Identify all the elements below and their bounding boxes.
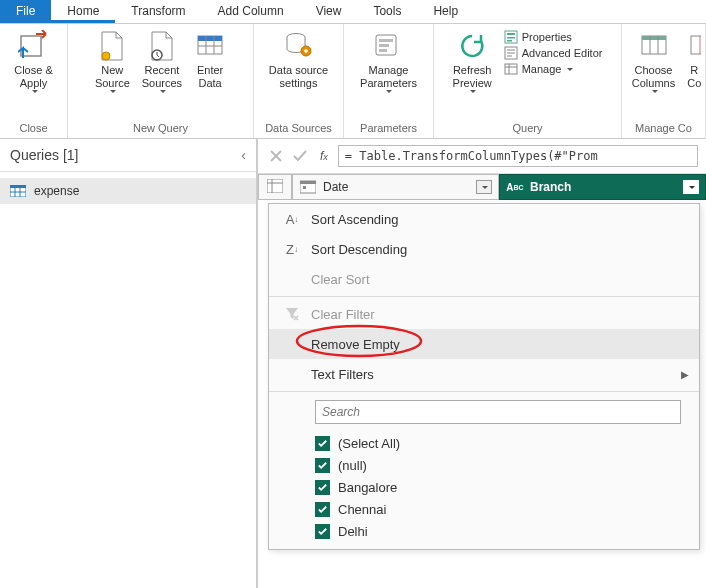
delete-step-icon[interactable] — [266, 146, 286, 166]
fx-icon[interactable]: fx — [314, 149, 334, 163]
enter-data-icon — [194, 30, 226, 62]
query-item-expense[interactable]: expense — [0, 178, 256, 204]
ribbon-group-data-sources-label: Data Sources — [265, 120, 332, 136]
sort-ascending-item[interactable]: A↓ Sort Ascending — [269, 204, 699, 234]
queries-list: expense — [0, 172, 256, 210]
svg-rect-16 — [507, 33, 515, 35]
ribbon-group-data-sources: Data source settings Data Sources — [254, 24, 344, 138]
ribbon-group-manage-columns-label: Manage Co — [635, 120, 692, 136]
remove-empty-item[interactable]: Remove Empty — [269, 329, 699, 359]
dropdown-caret-icon — [482, 186, 488, 189]
manage-parameters-button[interactable]: Manage Parameters — [354, 28, 423, 95]
manage-query-button[interactable]: Manage — [504, 62, 603, 76]
ribbon: Close & Apply Close New Source Recent So… — [0, 24, 706, 139]
column-filter-dropdown-branch[interactable] — [683, 180, 699, 194]
filter-search-input[interactable] — [315, 400, 681, 424]
text-filters-item[interactable]: Text Filters ▶ — [269, 359, 699, 389]
filter-check-select-all[interactable]: (Select All) — [315, 436, 681, 451]
text-type-icon: ABC — [506, 179, 524, 195]
manage-parameters-icon — [372, 30, 404, 62]
svg-rect-34 — [267, 179, 283, 193]
svg-rect-18 — [507, 40, 512, 42]
menu-transform[interactable]: Transform — [115, 0, 201, 23]
formula-input[interactable]: = Table.TransformColumnTypes(#"Prom — [338, 145, 698, 167]
table-icon — [10, 185, 26, 197]
recent-sources-icon — [146, 30, 178, 62]
dropdown-caret-icon — [32, 90, 38, 93]
text-filters-label: Text Filters — [311, 367, 374, 382]
filter-value-list: (Select All) (null) Bangalore Chennai De… — [269, 432, 699, 549]
choose-columns-button[interactable]: Choose Columns — [626, 28, 681, 95]
dropdown-caret-icon — [386, 90, 392, 93]
column-header-branch[interactable]: ABC Branch — [499, 174, 706, 200]
recent-sources-label: Recent Sources — [142, 64, 182, 90]
new-source-label: New Source — [95, 64, 130, 90]
enter-data-button[interactable]: Enter Data — [188, 28, 232, 92]
sort-descending-item[interactable]: Z↓ Sort Descending — [269, 234, 699, 264]
refresh-preview-button[interactable]: Refresh Preview — [447, 28, 498, 95]
filter-check-bangalore[interactable]: Bangalore — [315, 480, 681, 495]
checkbox-checked-icon — [315, 436, 330, 451]
collapse-chevron-icon[interactable]: ‹ — [241, 147, 246, 163]
menu-view[interactable]: View — [300, 0, 358, 23]
remove-columns-button[interactable]: R Co — [681, 28, 701, 92]
menu-file[interactable]: File — [0, 0, 51, 23]
advanced-editor-button[interactable]: Advanced Editor — [504, 46, 603, 60]
properties-label: Properties — [522, 31, 572, 43]
checkbox-checked-icon — [315, 458, 330, 473]
checkbox-checked-icon — [315, 480, 330, 495]
new-source-button[interactable]: New Source — [89, 28, 136, 95]
menu-add-column[interactable]: Add Column — [202, 0, 300, 23]
refresh-preview-label: Refresh Preview — [453, 64, 492, 90]
menu-tools[interactable]: Tools — [357, 0, 417, 23]
menu-separator — [269, 391, 699, 392]
ribbon-group-close-label: Close — [19, 120, 47, 136]
clear-filter-item: Clear Filter — [269, 299, 699, 329]
checkbox-checked-icon — [315, 524, 330, 539]
clear-sort-label: Clear Sort — [311, 272, 370, 287]
filter-check-null[interactable]: (null) — [315, 458, 681, 473]
ribbon-group-query-label: Query — [513, 120, 543, 136]
svg-rect-13 — [379, 44, 389, 47]
column-headers: Date ABC Branch — [258, 174, 706, 200]
svg-point-1 — [102, 52, 110, 60]
data-source-settings-icon — [283, 30, 315, 62]
menu-help[interactable]: Help — [417, 0, 474, 23]
manage-query-label: Manage — [522, 63, 562, 75]
column-header-date[interactable]: Date — [292, 174, 499, 200]
dropdown-caret-icon — [567, 68, 573, 71]
column-filter-dropdown-date[interactable] — [476, 180, 492, 194]
recent-sources-button[interactable]: Recent Sources — [136, 28, 188, 95]
filter-check-chennai[interactable]: Chennai — [315, 502, 681, 517]
manage-icon — [504, 62, 518, 76]
clear-filter-icon — [283, 305, 301, 323]
enter-data-label: Enter Data — [197, 64, 223, 90]
close-apply-button[interactable]: Close & Apply — [8, 28, 59, 95]
svg-rect-38 — [300, 181, 316, 184]
ribbon-group-close: Close & Apply Close — [0, 24, 68, 138]
sort-descending-icon: Z↓ — [283, 240, 301, 258]
refresh-icon — [456, 30, 488, 62]
svg-rect-17 — [507, 37, 515, 39]
commit-step-icon[interactable] — [290, 146, 310, 166]
menu-home[interactable]: Home — [51, 0, 115, 23]
row-index-header[interactable] — [258, 174, 292, 200]
filter-check-delhi[interactable]: Delhi — [315, 524, 681, 539]
properties-button[interactable]: Properties — [504, 30, 603, 44]
dropdown-caret-icon — [652, 90, 658, 93]
dropdown-caret-icon — [689, 186, 695, 189]
blank-icon — [283, 365, 301, 383]
menu-bar: File Home Transform Add Column View Tool… — [0, 0, 706, 24]
date-type-icon — [299, 179, 317, 195]
new-source-icon — [96, 30, 128, 62]
ribbon-group-query: Refresh Preview Properties Advanced Edit… — [434, 24, 622, 138]
queries-title: Queries [1] — [10, 147, 78, 163]
ribbon-group-new-query-label: New Query — [133, 120, 188, 136]
query-item-label: expense — [34, 184, 79, 198]
close-apply-icon — [18, 30, 50, 62]
table-icon — [267, 179, 283, 196]
svg-rect-12 — [379, 39, 393, 42]
blank-icon — [283, 335, 301, 353]
data-source-settings-button[interactable]: Data source settings — [263, 28, 334, 92]
properties-icon — [504, 30, 518, 44]
